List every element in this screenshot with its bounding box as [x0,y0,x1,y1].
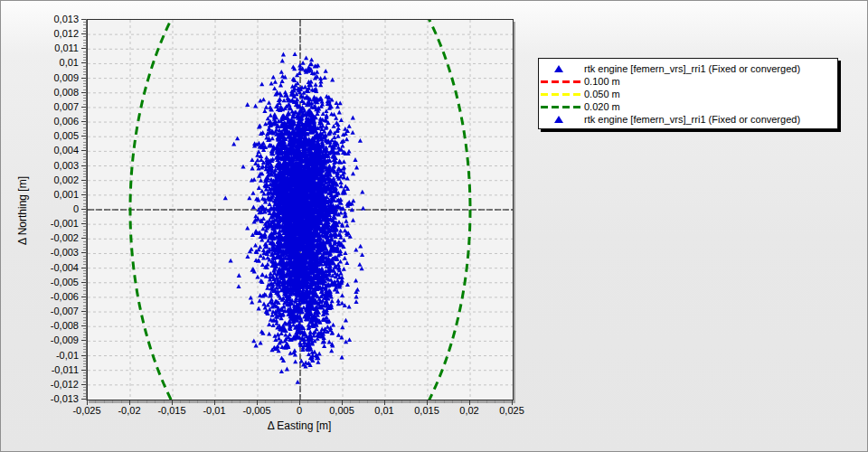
legend-item-label: 0.020 m [584,101,620,113]
y-tick-label: 0,013 [24,14,79,24]
legend-box[interactable]: rtk engine [femern_vrs]_rri1 (Fixed or c… [538,58,838,129]
y-tick-label: 0,002 [24,174,79,185]
x-tick-label: 0,005 [318,405,365,416]
y-tick-label: -0,001 [24,218,79,229]
y-tick-label: 0,003 [24,160,79,171]
legend-item-label: rtk engine [femern_vrs]_rri1 (Fixed or c… [584,63,800,75]
legend-item-label: 0.050 m [584,89,620,100]
y-tick-label: -0,008 [24,320,79,331]
y-tick-label: -0,002 [24,232,79,243]
legend-item[interactable]: 0.050 m [539,88,837,100]
legend-item[interactable]: 0.020 m [539,100,837,113]
y-tick-label: 0,006 [24,116,79,127]
y-tick-label: -0,012 [24,379,79,390]
x-tick-label: 0 [276,405,323,416]
y-tick-label: -0,005 [24,277,79,287]
y-tick-label: 0,005 [24,130,79,141]
y-tick-label: 0,012 [24,28,79,39]
y-tick-label: -0,003 [24,247,79,258]
plot-canvas [88,20,513,400]
x-axis-tick-labels: -0,025-0,02-0,015-0,01-0,00500,0050,010,… [87,405,512,418]
y-tick-label: 0,011 [24,42,79,53]
y-tick-label: -0,009 [24,334,79,345]
y-axis-tick-labels: 0,0130,0120,0110,010,0090,0080,0070,0060… [26,19,79,399]
x-tick-label: -0,005 [233,405,280,416]
scatter-points [223,52,366,384]
y-tick-label: 0,001 [24,189,79,200]
legend-item-label: 0.100 m [584,76,620,88]
chart-window: 0,0130,0120,0110,010,0090,0080,0070,0060… [0,0,868,452]
y-tick-label: 0,009 [24,72,79,83]
y-tick-label: -0,007 [24,306,79,316]
x-axis-title: Δ Easting [m] [209,419,390,432]
x-tick-label: -0,01 [191,405,238,416]
x-tick-label: -0,015 [148,405,195,416]
legend-dash-icon [539,75,584,88]
y-axis-major-ticks [81,19,86,400]
y-tick-label: -0,006 [24,291,79,302]
legend-triangle-icon [539,113,584,126]
x-tick-label: 0,01 [361,405,408,416]
x-tick-label: -0,02 [106,405,153,416]
triangle-marker [554,65,563,72]
y-tick-label: -0,013 [24,393,79,404]
triangle-marker [554,116,563,123]
plot-area[interactable] [87,19,514,400]
dash-marker [541,80,581,83]
y-tick-label: -0,011 [24,364,79,375]
legend-item-label: rtk engine [femern_vrs]_rri1 (Fixed or c… [584,114,800,126]
legend-item[interactable]: rtk engine [femern_vrs]_rri1 (Fixed or c… [539,113,837,126]
y-tick-label: -0,01 [24,350,79,361]
dash-marker [541,106,581,108]
x-tick-label: -0,025 [63,405,110,416]
y-tick-label: 0,01 [24,57,79,68]
legend-item[interactable]: rtk engine [femern_vrs]_rri1 (Fixed or c… [539,62,837,75]
dash-marker [541,93,581,96]
y-tick-label: 0 [24,203,79,214]
legend-triangle-icon [539,62,584,75]
x-tick-label: 0,025 [488,405,535,416]
y-tick-label: 0,008 [24,87,79,98]
x-tick-label: 0,015 [403,405,450,416]
legend-dash-icon [539,100,584,113]
y-tick-label: 0,004 [24,145,79,155]
y-tick-label: -0,004 [24,262,79,273]
legend-item[interactable]: 0.100 m [539,75,837,88]
x-tick-label: 0,02 [446,405,493,416]
y-tick-label: 0,007 [24,101,79,112]
legend-dash-icon [539,88,584,100]
y-axis-title-text: Δ Northing [m] [16,176,29,245]
